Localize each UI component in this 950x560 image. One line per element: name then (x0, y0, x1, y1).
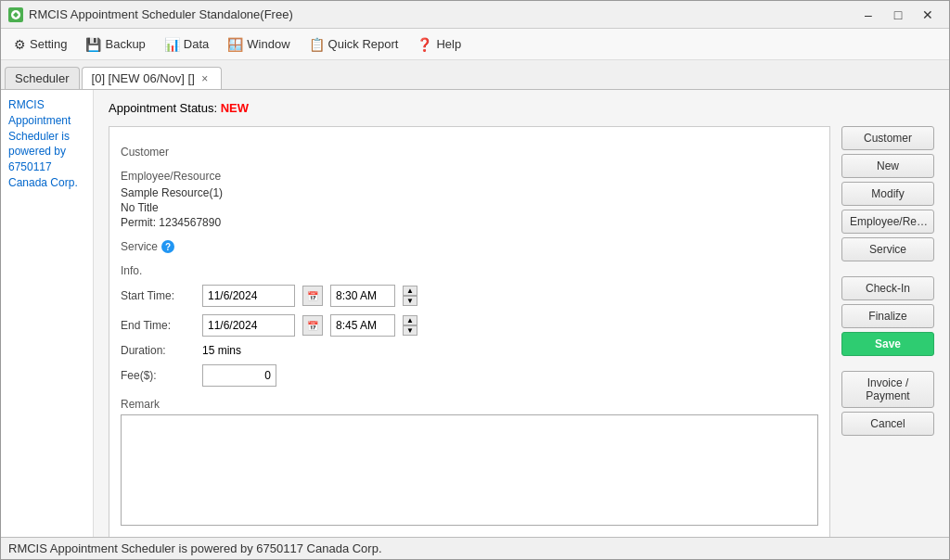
scheduler-tab-label: Scheduler (15, 71, 70, 85)
start-time-down-button[interactable]: ▼ (403, 296, 417, 306)
form-right: Customer New Modify Employee/Re… Service… (841, 126, 934, 537)
titlebar-left: RMCIS Appointment Scheduler Standalone(F… (8, 7, 293, 22)
employee-title: No Title (121, 201, 818, 214)
start-time-row: Start Time: 📅 ▲ ▼ (121, 285, 818, 307)
form-left: Customer Employee/Resource Sample Resour… (109, 126, 830, 537)
minimize-button[interactable]: – (854, 5, 882, 25)
end-date-calendar-button[interactable]: 📅 (302, 315, 323, 336)
app-icon (8, 7, 23, 22)
customer-button[interactable]: Customer (841, 126, 934, 150)
status-bar: RMCIS Appointment Scheduler is powered b… (1, 537, 949, 559)
end-time-spinner: ▲ ▼ (403, 315, 417, 336)
window-controls: – □ ✕ (854, 5, 942, 25)
menu-help-label: Help (436, 37, 461, 51)
fee-label: Fee($): (121, 369, 195, 382)
menubar: ⚙ Setting 💾 Backup 📊 Data 🪟 Window 📋 Qui… (1, 29, 949, 60)
employee-name: Sample Resource(1) (121, 186, 818, 199)
duration-value: 15 mins (202, 344, 241, 357)
status-label: Appointment Status: (109, 101, 217, 115)
invoice-payment-button[interactable]: Invoice / Payment (841, 371, 934, 408)
tab-close-button[interactable]: × (199, 72, 212, 85)
content-panel: Appointment Status: NEW Customer Employe… (94, 90, 949, 537)
sidebar: RMCIS Appointment Scheduler is powered b… (1, 90, 94, 537)
status-value: NEW (221, 101, 249, 115)
duration-label: Duration: (121, 344, 195, 357)
new-button[interactable]: New (841, 154, 934, 178)
save-button[interactable]: Save (841, 332, 934, 356)
start-time-input[interactable] (330, 285, 395, 307)
menu-window-label: Window (247, 37, 289, 51)
remark-section: Remark (121, 398, 818, 528)
menu-quickreport-label: Quick Report (328, 37, 399, 51)
end-time-down-button[interactable]: ▼ (403, 325, 417, 336)
duration-row: Duration: 15 mins (121, 344, 818, 357)
menu-window[interactable]: 🪟 Window (220, 34, 297, 55)
quickreport-icon: 📋 (309, 37, 325, 52)
tab-scheduler[interactable]: Scheduler (5, 67, 80, 89)
fee-input[interactable] (202, 364, 276, 387)
start-time-label: Start Time: (121, 289, 195, 302)
menu-backup[interactable]: 💾 Backup (78, 34, 152, 55)
modify-button[interactable]: Modify (841, 182, 934, 206)
menu-data-label: Data (184, 37, 209, 51)
end-time-row: End Time: 📅 ▲ ▼ (121, 314, 818, 337)
end-time-up-button[interactable]: ▲ (403, 315, 417, 325)
close-button[interactable]: ✕ (914, 5, 942, 25)
menu-backup-label: Backup (105, 37, 145, 51)
end-time-label: End Time: (121, 319, 195, 332)
remark-textarea[interactable] (121, 414, 818, 526)
service-help-icon[interactable]: ? (161, 240, 174, 253)
customer-section: Customer (121, 146, 818, 159)
finalize-button[interactable]: Finalize (841, 304, 934, 328)
status-bar-text: RMCIS Appointment Scheduler is powered b… (8, 541, 382, 555)
employee-resource-button[interactable]: Employee/Re… (841, 210, 934, 234)
info-section: Info. Start Time: 📅 ▲ ▼ En (121, 264, 818, 387)
check-in-button[interactable]: Check-In (841, 276, 934, 300)
appointment-status: Appointment Status: NEW (109, 101, 934, 115)
sidebar-text: RMCIS Appointment Scheduler is powered b… (8, 98, 78, 189)
employee-permit: Permit: 1234567890 (121, 216, 818, 229)
service-section: Service ? (121, 240, 818, 253)
tabbar: Scheduler [0] [NEW 06/Nov] [] × (1, 60, 949, 90)
help-icon: ❓ (417, 37, 432, 52)
titlebar: RMCIS Appointment Scheduler Standalone(F… (1, 1, 949, 29)
end-date-input[interactable] (202, 314, 295, 337)
maximize-button[interactable]: □ (884, 5, 912, 25)
employee-section: Employee/Resource Sample Resource(1) No … (121, 170, 818, 229)
menu-setting-label: Setting (30, 37, 67, 51)
start-time-up-button[interactable]: ▲ (403, 286, 417, 296)
menu-data[interactable]: 📊 Data (157, 34, 216, 55)
menu-quickreport[interactable]: 📋 Quick Report (302, 34, 406, 55)
menu-help[interactable]: ❓ Help (409, 34, 469, 55)
customer-label: Customer (121, 146, 818, 159)
remark-label: Remark (121, 398, 818, 411)
tab-appointment-label: [0] [NEW 06/Nov] [] (92, 71, 195, 85)
form-area: Customer Employee/Resource Sample Resour… (109, 126, 934, 537)
window-icon: 🪟 (227, 37, 243, 52)
backup-icon: 💾 (85, 37, 101, 52)
service-label: Service (121, 240, 158, 253)
tab-appointment[interactable]: [0] [NEW 06/Nov] [] × (82, 67, 222, 89)
end-time-input[interactable] (330, 314, 395, 337)
app-title: RMCIS Appointment Scheduler Standalone(F… (29, 7, 293, 21)
start-date-calendar-button[interactable]: 📅 (302, 286, 323, 306)
employee-label: Employee/Resource (121, 170, 818, 183)
start-time-spinner: ▲ ▼ (403, 286, 417, 306)
main-content: RMCIS Appointment Scheduler is powered b… (1, 90, 949, 537)
data-icon: 📊 (164, 37, 180, 52)
info-label: Info. (121, 264, 818, 277)
spacer1 (841, 265, 934, 273)
spacer2 (841, 360, 934, 367)
service-button[interactable]: Service (841, 237, 934, 261)
start-date-input[interactable] (202, 285, 295, 307)
cancel-button[interactable]: Cancel (841, 412, 934, 436)
menu-setting[interactable]: ⚙ Setting (6, 34, 74, 55)
fee-row: Fee($): (121, 364, 818, 387)
setting-icon: ⚙ (14, 37, 26, 52)
